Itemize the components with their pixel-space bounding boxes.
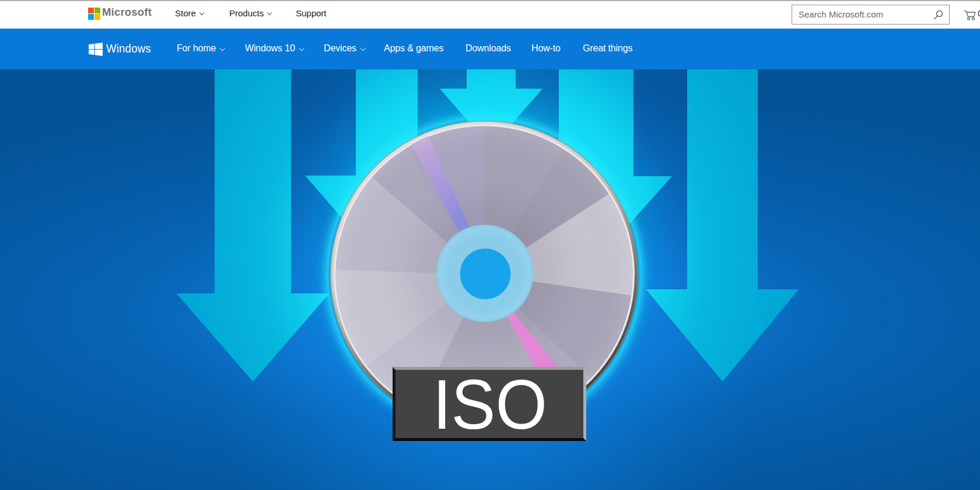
svg-text:ISO: ISO xyxy=(433,365,547,443)
